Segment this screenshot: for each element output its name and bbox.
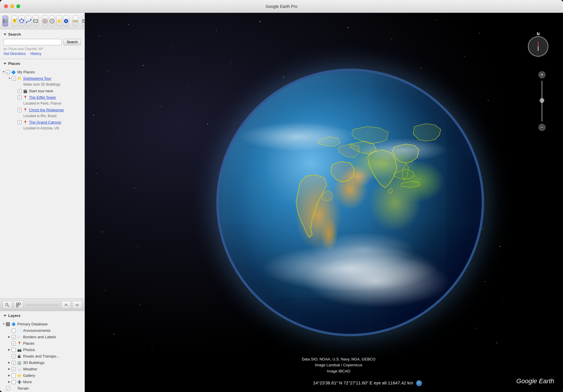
checkbox[interactable] — [18, 120, 22, 124]
zoom-out-button[interactable]: − — [538, 124, 545, 131]
svg-point-64 — [324, 59, 325, 60]
eiffel-tower-label[interactable]: The Eiffel Tower — [29, 95, 56, 100]
search-input[interactable] — [4, 39, 62, 45]
layers-triangle-icon — [4, 315, 6, 317]
compass-needle — [538, 42, 538, 51]
item-label: Gallery — [23, 373, 35, 378]
expand-icon: ▶ — [8, 361, 11, 365]
checkbox[interactable] — [12, 380, 16, 384]
svg-point-52 — [216, 30, 217, 31]
list-item[interactable]: ▶ ⭐ Gallery — [0, 373, 84, 379]
zoom-track[interactable] — [541, 81, 543, 122]
svg-point-57 — [435, 20, 436, 20]
checkbox[interactable] — [12, 348, 16, 352]
places-slider[interactable] — [26, 304, 59, 306]
svg-point-71 — [207, 124, 208, 124]
checkbox[interactable] — [12, 329, 16, 333]
weather-icon: ☁️ — [17, 367, 22, 372]
move-down-button[interactable] — [72, 301, 82, 309]
list-item[interactable]: 📍 Places — [0, 341, 84, 347]
checkbox[interactable] — [12, 341, 16, 346]
earth-mini-icon — [416, 380, 422, 386]
list-item[interactable]: 📍 The Grand Canyon — [0, 119, 84, 126]
get-directions-link[interactable]: Get Directions — [4, 52, 26, 56]
attribution: Data SIO, NOAA, U.S. Navy, NGA, GEBCO Im… — [302, 356, 375, 374]
list-item[interactable]: ▼ 📁 Sightseeing Tour — [0, 76, 84, 82]
roads-icon: 🛣 — [17, 354, 22, 359]
checkbox[interactable] — [6, 322, 10, 326]
list-item[interactable]: ▶ ☁️ Weather — [0, 366, 84, 373]
christ-redeemer-label[interactable]: Christ the Redeemer — [29, 108, 64, 113]
checkbox[interactable] — [6, 70, 10, 74]
checkbox[interactable] — [12, 374, 16, 378]
zoom-control[interactable]: + − — [538, 71, 545, 131]
checkbox[interactable] — [12, 335, 16, 339]
compass-ring[interactable]: N — [528, 36, 548, 57]
list-item[interactable]: ▶ ➕ More — [0, 379, 84, 386]
zoom-thumb[interactable] — [540, 98, 544, 103]
compass[interactable]: N — [528, 36, 548, 57]
list-item[interactable]: 📍 Christ the Redeemer — [0, 107, 84, 114]
list-item[interactable]: ✉️ Announcements — [0, 328, 84, 334]
item-label: My Places — [17, 70, 35, 75]
list-item[interactable]: ▶ 🏢 3D Buildings — [0, 360, 84, 366]
layers-section-label: Layers — [8, 313, 20, 318]
close-button[interactable] — [4, 4, 8, 8]
svg-line-23 — [57, 19, 58, 20]
list-item[interactable]: Terrain — [0, 386, 84, 392]
checkbox[interactable] — [12, 361, 16, 365]
ruler-button[interactable] — [72, 15, 78, 27]
item-label[interactable]: Sightseeing Tour — [23, 76, 51, 81]
earth-view[interactable]: Data SIO, NOAA, U.S. Navy, NGA, GEBCO Im… — [85, 13, 563, 392]
checkbox[interactable] — [18, 89, 22, 93]
historical-button[interactable] — [49, 15, 55, 27]
svg-point-58 — [479, 33, 480, 34]
checkbox[interactable] — [18, 108, 22, 112]
svg-point-85 — [485, 281, 486, 282]
email-button[interactable] — [82, 15, 85, 27]
checkbox[interactable] — [12, 354, 16, 358]
add-image-button[interactable] — [33, 15, 39, 27]
checkbox[interactable] — [12, 367, 16, 371]
list-item[interactable]: 📍 The Eiffel Tower — [0, 95, 84, 101]
list-item[interactable]: 🎬 Start tour here — [0, 88, 84, 95]
add-path-button[interactable] — [26, 15, 32, 27]
zoom-in-button[interactable]: + — [538, 71, 545, 78]
sun-button[interactable] — [56, 15, 62, 27]
search-button[interactable]: Search — [63, 39, 81, 45]
maximize-button[interactable] — [16, 4, 20, 8]
item-label: 3D Buildings — [23, 360, 44, 365]
svg-point-49 — [99, 36, 100, 37]
sidebar-toggle-button[interactable] — [2, 15, 8, 27]
search-places-button[interactable] — [2, 301, 12, 309]
svg-point-10 — [19, 20, 20, 21]
add-polygon-button[interactable] — [19, 15, 25, 27]
search-header[interactable]: Search — [4, 32, 81, 37]
add-placemark-button[interactable] — [12, 15, 18, 27]
tour-button[interactable] — [42, 15, 48, 27]
checkbox[interactable] — [6, 386, 10, 391]
checkbox[interactable] — [18, 96, 22, 100]
view-places-button[interactable] — [13, 301, 23, 309]
layers-section-header[interactable]: Layers — [4, 313, 81, 318]
main-layout: Search Search ex: Pizza near Clayville, … — [0, 13, 563, 392]
sky-button[interactable] — [63, 15, 69, 27]
move-up-button[interactable] — [61, 301, 71, 309]
places-section-header[interactable]: Places — [4, 61, 81, 66]
search-row: Search — [4, 39, 81, 45]
grand-canyon-label[interactable]: The Grand Canyon — [29, 120, 61, 125]
svg-rect-46 — [16, 303, 18, 305]
search-section: Search Search ex: Pizza near Clayville, … — [0, 29, 84, 59]
history-link[interactable]: History — [30, 52, 41, 56]
list-item[interactable]: 🛣 Roads and Transpo... — [0, 353, 84, 360]
minimize-button[interactable] — [10, 4, 14, 8]
item-label: Announcements — [23, 328, 51, 333]
list-item[interactable]: ▶ 🏳️ Borders and Labels — [0, 334, 84, 341]
list-item[interactable]: ▼ 🔷 Primary Database — [0, 321, 84, 328]
traffic-lights — [4, 4, 20, 8]
svg-point-14 — [34, 20, 35, 21]
list-item[interactable]: ▶ 📷 Photos — [0, 347, 84, 353]
checkbox[interactable] — [12, 77, 16, 81]
svg-point-9 — [23, 20, 24, 21]
list-item[interactable]: ▼ 🔷 My Places — [0, 69, 84, 76]
